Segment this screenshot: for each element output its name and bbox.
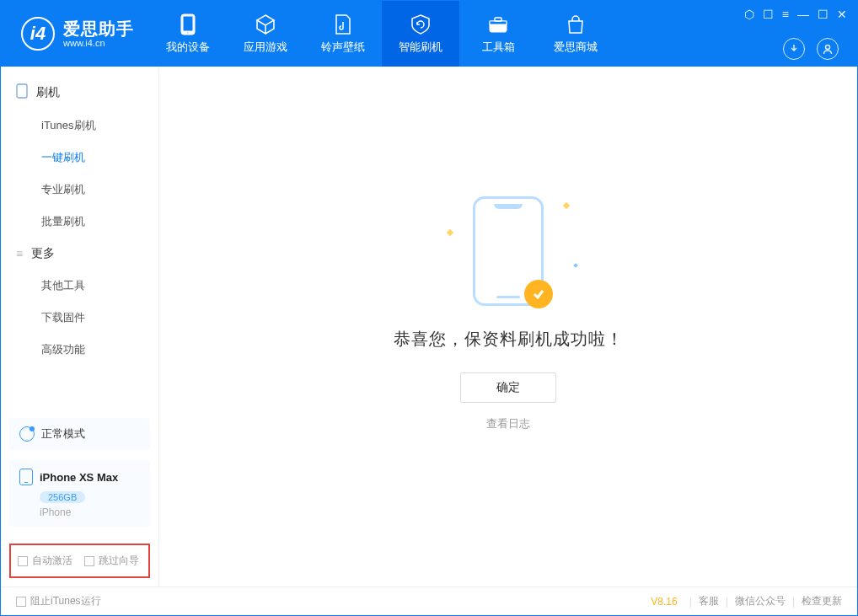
sparkle-icon	[573, 263, 578, 268]
separator: |	[689, 596, 692, 608]
nav-label: 应用游戏	[244, 40, 287, 55]
nav-store[interactable]: 爱思商城	[537, 1, 614, 67]
version-label: V8.16	[651, 596, 677, 608]
device-card[interactable]: iPhone XS Max 256GB iPhone	[9, 460, 150, 527]
user-button[interactable]	[817, 38, 839, 60]
logo-icon: i4	[21, 17, 55, 51]
nav-flash[interactable]: 智能刷机	[382, 1, 459, 67]
checkmark-badge-icon	[524, 280, 553, 308]
checkbox-box-icon	[84, 556, 94, 566]
checkbox-label: 阻止iTunes运行	[30, 594, 101, 608]
sparkle-icon	[447, 229, 453, 236]
ok-button[interactable]: 确定	[460, 372, 556, 403]
group-title: 更多	[31, 246, 55, 261]
checkbox-label: 跳过向导	[99, 554, 139, 568]
sidebar-group-more: ≡ 更多	[1, 238, 158, 270]
toolbox-icon	[486, 13, 510, 36]
nav-apps[interactable]: 应用游戏	[227, 1, 304, 67]
svg-rect-5	[495, 18, 501, 21]
sidebar-group-flash: 刷机	[1, 75, 158, 110]
checkbox-box-icon	[16, 597, 26, 607]
logo-text: 爱思助手 www.i4.cn	[63, 19, 134, 48]
success-illustration	[473, 196, 544, 306]
nav-my-device[interactable]: 我的设备	[149, 1, 227, 67]
device-capacity: 256GB	[40, 491, 85, 503]
maximize-button[interactable]: ☐	[818, 8, 829, 21]
menu-icon[interactable]: ≡	[782, 8, 789, 21]
sidebar-item-advanced[interactable]: 高级功能	[1, 334, 158, 366]
checkbox-label: 自动激活	[32, 554, 72, 568]
music-file-icon	[331, 13, 355, 36]
nav-label: 工具箱	[482, 40, 515, 55]
success-message: 恭喜您，保资料刷机成功啦！	[394, 328, 624, 351]
checkbox-box-icon	[18, 556, 28, 566]
svg-point-2	[187, 32, 189, 34]
nav-label: 爱思商城	[554, 40, 598, 55]
nav-label: 智能刷机	[399, 40, 442, 55]
sidebar-item-pro-flash[interactable]: 专业刷机	[1, 174, 158, 206]
app-title: 爱思助手	[63, 19, 134, 38]
checkbox-skip-guide[interactable]: 跳过向导	[84, 554, 139, 568]
checkbox-stop-itunes[interactable]: 阻止iTunes运行	[16, 594, 101, 608]
mode-label: 正常模式	[41, 426, 85, 442]
nav-toolbox[interactable]: 工具箱	[459, 1, 537, 67]
wechat-link[interactable]: 微信公众号	[735, 594, 786, 608]
nav-label: 铃声壁纸	[321, 40, 365, 55]
svg-point-6	[826, 46, 830, 50]
view-log-link[interactable]: 查看日志	[486, 416, 530, 431]
app-window: i4 爱思助手 www.i4.cn 我的设备 应用游戏 铃声壁纸 智能刷机	[0, 0, 858, 616]
group-title: 刷机	[36, 85, 60, 100]
checkbox-auto-activate[interactable]: 自动激活	[18, 554, 72, 568]
minimize-button[interactable]: ―	[797, 8, 809, 21]
main-content: 恭喜您，保资料刷机成功啦！ 确定 查看日志	[159, 67, 857, 587]
tshirt-icon[interactable]: ⬡	[744, 8, 754, 21]
footer: 阻止iTunes运行 V8.16 | 客服 | 微信公众号 | 检查更新	[1, 587, 857, 615]
list-icon: ≡	[16, 247, 23, 260]
sparkle-icon	[563, 202, 570, 209]
body: 刷机 iTunes刷机 一键刷机 专业刷机 批量刷机 ≡ 更多 其他工具 下载固…	[1, 67, 857, 587]
mode-card[interactable]: 正常模式	[9, 418, 150, 450]
bag-icon	[564, 13, 587, 36]
separator: |	[726, 596, 728, 608]
highlighted-options: 自动激活 跳过向导	[9, 544, 150, 578]
close-button[interactable]: ✕	[837, 8, 847, 21]
svg-rect-7	[17, 84, 27, 98]
lock-icon[interactable]: ☐	[763, 8, 774, 21]
device-phone-icon	[19, 469, 33, 485]
phone-icon	[176, 13, 200, 36]
sidebar: 刷机 iTunes刷机 一键刷机 专业刷机 批量刷机 ≡ 更多 其他工具 下载固…	[1, 67, 159, 587]
check-update-link[interactable]: 检查更新	[802, 594, 842, 608]
sidebar-item-oneclick-flash[interactable]: 一键刷机	[1, 142, 158, 174]
download-button[interactable]	[783, 38, 805, 60]
mode-status-icon	[19, 426, 35, 442]
phone-outline-icon	[16, 83, 28, 101]
phone-illustration-icon	[473, 196, 544, 306]
device-name: iPhone XS Max	[40, 471, 118, 484]
svg-rect-1	[183, 16, 193, 31]
logo-area: i4 爱思助手 www.i4.cn	[1, 1, 149, 67]
main-nav: 我的设备 应用游戏 铃声壁纸 智能刷机 工具箱 爱思商城	[149, 1, 614, 67]
header: i4 爱思助手 www.i4.cn 我的设备 应用游戏 铃声壁纸 智能刷机	[1, 1, 857, 67]
cube-icon	[254, 13, 277, 36]
nav-ringtone[interactable]: 铃声壁纸	[304, 1, 382, 67]
separator: |	[792, 596, 795, 608]
device-type: iPhone	[40, 506, 140, 518]
sidebar-item-itunes-flash[interactable]: iTunes刷机	[1, 110, 158, 142]
nav-label: 我的设备	[166, 40, 210, 55]
shield-refresh-icon	[409, 13, 432, 36]
sidebar-item-batch-flash[interactable]: 批量刷机	[1, 206, 158, 238]
sidebar-item-other-tools[interactable]: 其他工具	[1, 270, 158, 302]
sidebar-item-download-firmware[interactable]: 下载固件	[1, 302, 158, 334]
app-subtitle: www.i4.cn	[63, 38, 134, 48]
support-link[interactable]: 客服	[699, 594, 719, 608]
